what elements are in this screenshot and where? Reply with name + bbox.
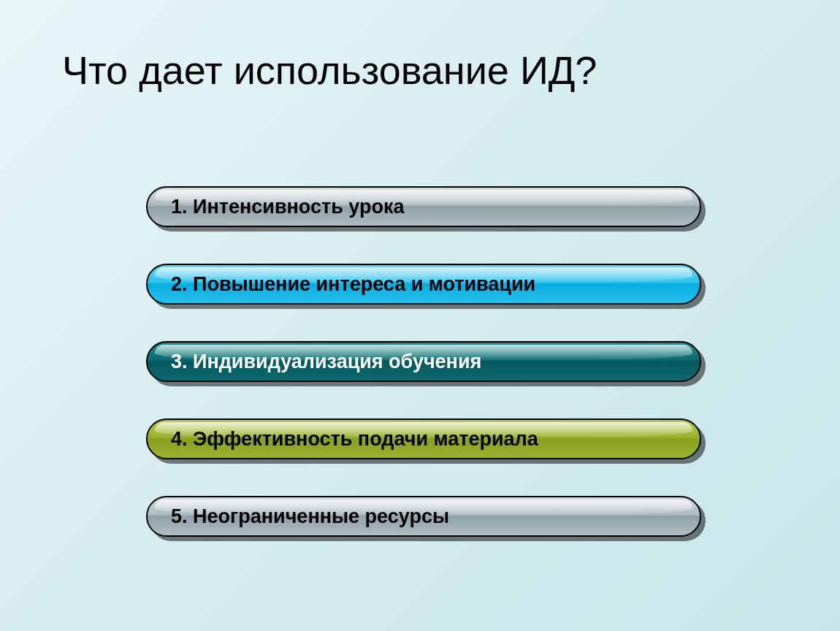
list-item: 5. Неограниченные ресурсы: [146, 496, 701, 537]
list-item: 2. Повышение интереса и мотивации: [146, 264, 701, 305]
list-item-text: 2. Повышение интереса и мотивации: [171, 273, 535, 296]
list-item-text: 1. Интенсивность урока: [171, 196, 404, 218]
list-item: 1. Интенсивность урока: [146, 186, 701, 227]
list-item-text: 5. Неограниченные ресурсы: [171, 505, 449, 528]
list-item: 3. Индивидуализация обучения: [146, 341, 701, 382]
list-item-text: 3. Индивидуализация обучения: [171, 351, 481, 373]
list-item-text: 4. Эффективность подачи материала: [171, 428, 538, 451]
pill-bg: 3. Индивидуализация обучения: [146, 341, 701, 382]
pill-bg: 4. Эффективность подачи материала: [146, 418, 701, 459]
pill-bg: 1. Интенсивность урока: [146, 186, 701, 227]
pill-bg: 2. Повышение интереса и мотивации: [146, 264, 701, 305]
slide-title: Что дает использование ИД?: [62, 47, 597, 93]
list-item: 4. Эффективность подачи материала: [146, 418, 701, 459]
bullet-list: 1. Интенсивность урока 2. Повышение инте…: [146, 186, 701, 573]
pill-bg: 5. Неограниченные ресурсы: [146, 496, 701, 537]
